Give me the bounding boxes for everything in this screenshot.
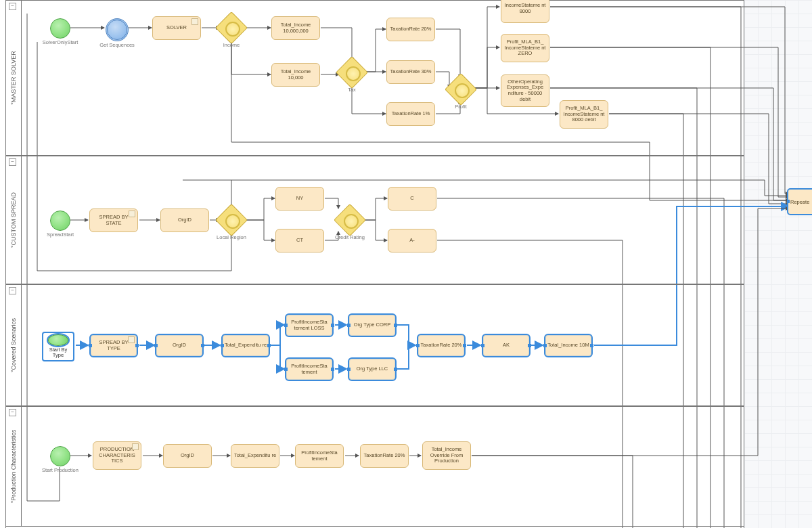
task-label: OrgID xyxy=(181,453,194,459)
task-income-10k[interactable]: Total_Income 10,000 xyxy=(271,63,320,87)
lane-title: °Production Characteristics xyxy=(10,430,17,504)
task-profit-is-3[interactable]: ProfitIncomeSta tement xyxy=(285,357,334,381)
task-solver[interactable]: SOLVER xyxy=(152,16,201,40)
task-label: OrgID xyxy=(178,217,191,223)
task-profit-zero[interactable]: Profit_MLA_B1_ IncomeStateme nt ZERO xyxy=(501,34,549,62)
start-label: Start By Type xyxy=(45,347,72,359)
task-label: TaxationRate 20% xyxy=(390,26,432,32)
gateway-local-region[interactable]: Local Region xyxy=(220,208,243,232)
task-credit-aminus[interactable]: A- xyxy=(388,229,436,252)
task-label: Repeate xyxy=(790,199,809,205)
task-spread-type[interactable]: SPREAD BY TYPE xyxy=(89,334,138,357)
task-label: ProfitIncomeSta tement xyxy=(297,450,342,462)
gateway-label: Income xyxy=(223,42,240,48)
task-ti-10m[interactable]: Total_Income 10M xyxy=(544,334,593,357)
task-tax-30[interactable]: TaxationRate 30% xyxy=(386,60,435,84)
gateway-credit-rating[interactable]: Credit Rating xyxy=(338,208,361,232)
task-label: ProfitIncomeSta tement xyxy=(288,364,331,375)
task-label: Profit_MLA_B1_ IncomeStateme nt ZERO xyxy=(503,39,547,57)
gateway-income[interactable]: Income xyxy=(220,16,243,39)
lane-header[interactable]: − °CUSTOM SPREAD xyxy=(6,156,22,284)
task-label: ProfitIncomeSta tement LOSS xyxy=(288,320,331,331)
task-label: Profit_MLA_B1_ IncomeStateme nt 8000 deb… xyxy=(562,106,606,123)
task-tax20-3[interactable]: TaxationRate 20% xyxy=(417,334,466,357)
task-ct[interactable]: CT xyxy=(275,229,324,252)
lane-header[interactable]: − °Covered Scenarios xyxy=(6,285,22,405)
task-label: Total_Income Override From Production xyxy=(424,447,469,464)
task-label: AK xyxy=(503,343,510,349)
task-label: C xyxy=(410,196,413,202)
gateway-icon xyxy=(455,83,470,98)
task-label: TaxationRate 30% xyxy=(390,69,432,75)
lane-collapse-icon[interactable]: − xyxy=(9,3,16,10)
task-label: TaxationRate 20% xyxy=(421,343,462,349)
task-label: Total_Expenditu re xyxy=(234,453,276,459)
task-marker-icon xyxy=(191,18,198,25)
task-total-exp-4[interactable]: Total_Expenditu re xyxy=(231,444,279,468)
task-profit-is-4[interactable]: ProfitIncomeSta tement xyxy=(295,444,344,468)
task-label: Org Type LLC xyxy=(357,366,388,372)
lane-collapse-icon[interactable]: − xyxy=(9,409,16,416)
task-credit-c[interactable]: C xyxy=(388,187,436,211)
start-label: SolverOnlyStart xyxy=(43,40,78,46)
task-marker-icon xyxy=(128,336,135,343)
task-label: SOLVER xyxy=(166,25,187,31)
diagram-canvas[interactable]: − °MASTER SOLVER − °CUSTOM SPREAD − °Cov… xyxy=(0,0,812,528)
task-label: Org Type CORP xyxy=(354,322,390,328)
task-production-characteristics[interactable]: PRODUCTION CHARACTERIS TICS xyxy=(93,441,141,470)
gateway-label: Tax xyxy=(348,87,356,93)
task-tax-1[interactable]: TaxationRate 1% xyxy=(386,102,435,126)
task-orgid-2[interactable]: OrgID xyxy=(160,208,209,232)
task-label: TaxationRate 1% xyxy=(392,111,430,117)
task-ak[interactable]: AK xyxy=(482,334,531,357)
task-marker-icon xyxy=(132,443,139,450)
intermediate-event-getseq[interactable]: Get Sequences xyxy=(106,18,129,41)
start-event-start-by-type[interactable]: Start By Type xyxy=(42,332,74,361)
gateway-icon xyxy=(346,66,361,81)
task-label: OrgID xyxy=(173,343,186,349)
gateway-label: Profit xyxy=(455,104,467,110)
task-tax20-4[interactable]: TaxationRate 20% xyxy=(360,444,409,468)
task-org-llc[interactable]: Org Type LLC xyxy=(348,357,397,381)
task-label: IncomeStateme nt 8000 xyxy=(503,3,547,14)
gateway-profit[interactable]: Profit xyxy=(449,78,472,101)
task-other-exp[interactable]: OtherOperating Expenses_Expe nditure - 5… xyxy=(501,74,549,107)
task-ny[interactable]: NY xyxy=(275,187,324,211)
lane-collapse-icon[interactable]: − xyxy=(9,158,16,166)
task-repeater[interactable]: Repeate xyxy=(787,188,812,215)
task-label: CT xyxy=(296,238,303,244)
task-marker-icon xyxy=(129,211,135,217)
task-profit-loss[interactable]: ProfitIncomeSta tement LOSS xyxy=(285,313,334,337)
task-income-8000[interactable]: IncomeStateme nt 8000 xyxy=(501,0,549,23)
task-total-exp-3[interactable]: Total_Expenditu re xyxy=(221,334,270,357)
task-income-10m[interactable]: Total_Income 10,000,000 xyxy=(271,16,320,40)
task-profit-8000d[interactable]: Profit_MLA_B1_ IncomeStateme nt 8000 deb… xyxy=(560,100,608,129)
gateway-tax[interactable]: Tax xyxy=(340,61,363,84)
start-event-solver[interactable]: SolverOnlyStart xyxy=(50,18,70,39)
task-orgid-4[interactable]: OrgID xyxy=(163,444,212,468)
task-label: Total_Expenditu re xyxy=(225,343,267,349)
lane-collapse-icon[interactable]: − xyxy=(9,287,16,294)
gateway-label: Local Region xyxy=(217,234,246,240)
lane-header[interactable]: − °Production Characteristics xyxy=(6,407,22,526)
task-ti-override[interactable]: Total_Income Override From Production xyxy=(422,441,471,470)
task-label: TaxationRate 20% xyxy=(364,453,405,459)
lane-header[interactable]: − °MASTER SOLVER xyxy=(6,1,22,155)
start-event-spread[interactable]: SpreadStart xyxy=(50,211,70,231)
task-label: Total_Income 10,000,000 xyxy=(273,22,318,34)
start-event-icon xyxy=(50,211,70,231)
event-label: Get Sequences xyxy=(99,43,135,49)
task-org-corp[interactable]: Org Type CORP xyxy=(348,313,397,337)
gateway-icon xyxy=(225,214,240,229)
gateway-label: Credit Rating xyxy=(335,234,365,240)
intermediate-event-icon xyxy=(106,18,129,41)
start-event-production[interactable]: Start Production xyxy=(50,446,70,466)
gateway-icon xyxy=(225,22,240,37)
task-label: Total_Income 10M xyxy=(547,343,589,349)
task-spread-state[interactable]: SPREAD BY STATE xyxy=(89,208,138,232)
task-orgid-3[interactable]: OrgID xyxy=(155,334,204,357)
start-event-icon xyxy=(50,446,70,466)
grid-background xyxy=(744,0,812,528)
task-tax-20[interactable]: TaxationRate 20% xyxy=(386,18,435,41)
task-label: A- xyxy=(409,238,415,244)
